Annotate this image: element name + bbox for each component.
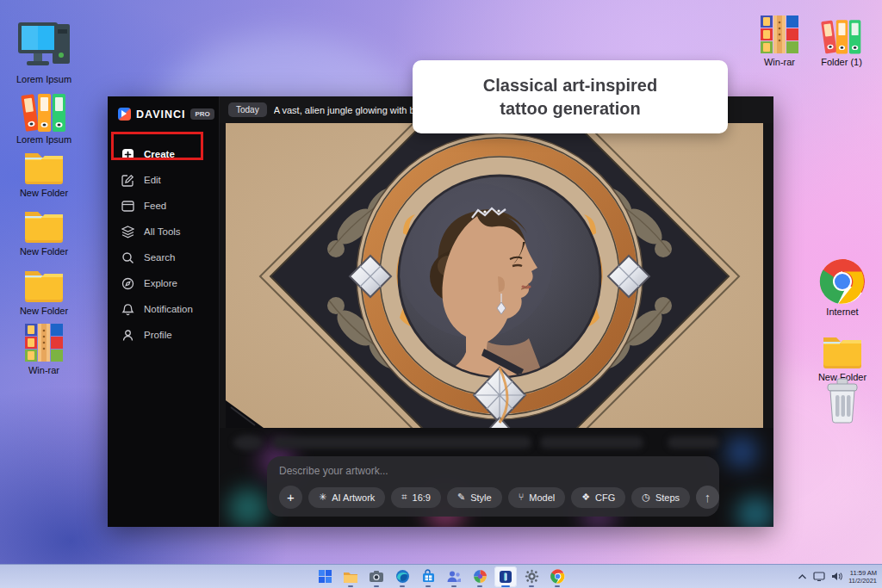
desktop-icon-folder-1[interactable]: New Folder — [10, 146, 78, 198]
desktop-icon-folder-2[interactable]: New Folder — [10, 205, 78, 257]
winrar-icon — [23, 322, 65, 363]
app-title: DAVINCI — [136, 108, 185, 121]
plus-icon: + — [287, 490, 295, 504]
desktop-icon-computer[interactable]: Lorem Ipsum — [10, 21, 78, 84]
artwork-composer: + ✳ AI Artwork ⌗ 16:9 ✎ Style — [267, 456, 719, 517]
ai-artwork-button[interactable]: ✳ AI Artwork — [308, 487, 385, 508]
desktop-icon-recycle-bin[interactable] — [809, 377, 876, 425]
clock-time: 11:59 AM — [848, 569, 877, 577]
settings-gear-icon — [525, 569, 539, 584]
chevron-up-icon[interactable] — [798, 573, 807, 580]
sidebar-item-profile[interactable]: Profile — [108, 322, 219, 348]
model-button[interactable]: ⑂ Model — [508, 487, 566, 508]
desktop-icon-internet[interactable]: Internet — [809, 258, 876, 317]
profile-icon — [121, 329, 134, 342]
desktop-icon-binders[interactable]: Lorem Ipsum — [10, 91, 78, 145]
blurred-gallery-strip: + ✳ AI Artwork ⌗ 16:9 ✎ Style — [220, 428, 773, 527]
annotation-callout: Classical art-inspired tattoo generation — [413, 60, 728, 133]
sidebar-item-label: Create — [144, 149, 175, 159]
winrar-icon — [759, 14, 800, 55]
teams-button[interactable] — [443, 566, 465, 587]
steps-button[interactable]: ◷ Steps — [631, 487, 690, 508]
add-button[interactable]: + — [279, 486, 302, 509]
app-logo[interactable]: DAVINCI PRO — [108, 96, 219, 129]
folder-icon — [22, 146, 65, 186]
aspect-ratio-icon: ⌗ — [401, 492, 407, 502]
desktop-icon-label: Win-rar — [764, 57, 795, 67]
sidebar-item-label: All Tools — [144, 226, 181, 237]
start-icon — [318, 569, 332, 584]
sidebar-item-notification[interactable]: Notification — [108, 296, 219, 322]
generated-artwork[interactable] — [226, 123, 763, 428]
sidebar-item-edit[interactable]: Edit — [108, 167, 219, 193]
active-app-icon — [499, 570, 512, 584]
today-badge[interactable]: Today — [228, 102, 267, 117]
sidebar-item-create[interactable]: Create — [108, 141, 219, 167]
taskbar-clock[interactable]: 11:59 AM 11/2/2021 — [848, 569, 877, 585]
cfg-button[interactable]: ❖ CFG — [571, 487, 625, 508]
all-tools-icon — [121, 226, 134, 238]
feed-icon — [121, 200, 134, 213]
file-explorer-icon — [343, 570, 358, 584]
teams-icon — [446, 570, 462, 584]
display-icon[interactable] — [813, 572, 825, 581]
button-label: 16:9 — [413, 492, 431, 503]
photos-icon — [473, 569, 488, 584]
edge-button[interactable] — [391, 566, 413, 587]
desktop-icon-label: New Folder — [20, 246, 68, 257]
sidebar-item-label: Profile — [144, 330, 172, 340]
sidebar-item-search[interactable]: Search — [108, 244, 219, 270]
button-label: Model — [529, 492, 555, 503]
binders-icon — [20, 91, 68, 133]
send-button[interactable]: ↑ — [696, 486, 719, 509]
desktop-icon-winrar-2[interactable]: Win-rar — [746, 14, 813, 67]
edge-icon — [395, 569, 410, 584]
explore-icon — [121, 277, 134, 290]
sidebar-item-all-tools[interactable]: All Tools — [108, 219, 219, 244]
chrome-taskbar-button[interactable] — [546, 566, 568, 587]
clock-date: 11/2/2021 — [848, 577, 877, 585]
callout-line-2: tattoo generation — [500, 97, 640, 121]
folder-icon — [22, 264, 65, 304]
sidebar-item-feed[interactable]: Feed — [108, 193, 219, 219]
style-button[interactable]: ✎ Style — [447, 487, 502, 508]
sidebar-item-explore[interactable]: Explore — [108, 270, 219, 296]
settings-button[interactable] — [520, 566, 543, 587]
app-main-area: Today A vast, alien jungle glowing with … — [220, 96, 773, 527]
camera-button[interactable] — [365, 566, 388, 587]
desktop-icon-folder-1-binders[interactable]: Folder (1) — [808, 17, 875, 67]
davinci-app-window: DAVINCI PRO Create Edit Feed Al — [108, 96, 773, 527]
desktop-icon-folder-right[interactable]: New Folder — [809, 331, 876, 382]
sidebar-nav: Create Edit Feed All Tools Search — [108, 141, 219, 348]
taskbar: 11:59 AM 11/2/2021 — [0, 564, 882, 588]
speaker-icon[interactable] — [831, 572, 842, 581]
folder-icon — [820, 331, 865, 370]
create-icon — [121, 148, 134, 161]
sidebar: DAVINCI PRO Create Edit Feed Al — [108, 96, 220, 527]
desktop-icon-label: Internet — [826, 306, 858, 317]
button-label: AI Artwork — [332, 492, 375, 503]
start-button[interactable] — [314, 566, 336, 587]
sidebar-item-label: Search — [144, 252, 175, 263]
button-label: Steps — [655, 492, 680, 503]
photos-button[interactable] — [469, 566, 491, 587]
store-button[interactable] — [417, 566, 439, 587]
file-explorer-button[interactable] — [339, 566, 362, 587]
active-app-button[interactable] — [494, 566, 517, 587]
desktop-icon-folder-3[interactable]: New Folder — [10, 264, 78, 316]
chrome-icon — [819, 258, 866, 305]
desktop-icon-winrar[interactable]: Win-rar — [10, 322, 78, 375]
steps-timer-icon: ◷ — [642, 492, 650, 502]
davinci-logo-icon — [118, 108, 131, 121]
camera-icon — [369, 570, 384, 583]
computer-icon — [16, 21, 71, 72]
composer-toolbar: + ✳ AI Artwork ⌗ 16:9 ✎ Style — [279, 486, 707, 509]
desktop: Lorem Ipsum Lorem Ipsum New Folder — [0, 0, 882, 588]
arrow-up-icon: ↑ — [705, 490, 711, 504]
edit-icon — [121, 174, 134, 187]
sidebar-item-label: Feed — [144, 201, 166, 211]
artwork-prompt-input[interactable] — [279, 465, 707, 477]
aspect-ratio-button[interactable]: ⌗ 16:9 — [391, 487, 441, 508]
callout-line-1: Classical art-inspired — [483, 74, 657, 97]
desktop-icon-label: Lorem Ipsum — [16, 74, 71, 84]
